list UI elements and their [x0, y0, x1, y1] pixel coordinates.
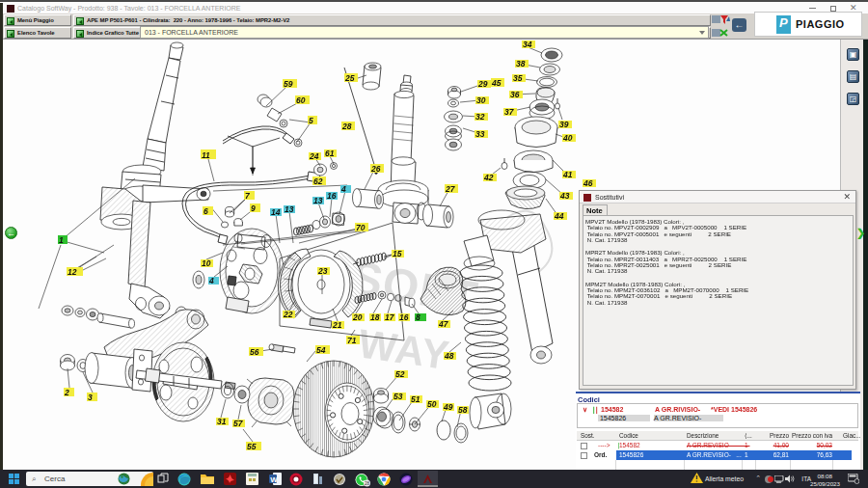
svg-text:3: 3: [88, 393, 93, 402]
svg-text:21: 21: [332, 320, 342, 330]
svg-text:38: 38: [516, 59, 526, 68]
svg-text:55: 55: [247, 442, 257, 451]
svg-text:15: 15: [393, 249, 402, 258]
svg-text:13: 13: [313, 196, 323, 205]
svg-text:26: 26: [370, 164, 381, 174]
svg-text:58: 58: [458, 405, 468, 415]
svg-text:31: 31: [217, 417, 227, 426]
svg-text:27: 27: [445, 184, 456, 194]
svg-text:52: 52: [395, 369, 405, 379]
svg-text:18: 18: [370, 312, 380, 322]
svg-text:33: 33: [475, 129, 485, 139]
svg-text:10: 10: [202, 258, 211, 268]
svg-text:43: 43: [559, 191, 570, 201]
svg-text:39: 39: [559, 120, 569, 129]
svg-text:12: 12: [68, 267, 77, 277]
svg-text:56: 56: [250, 347, 259, 357]
svg-text:48: 48: [444, 351, 454, 361]
svg-text:9: 9: [251, 203, 256, 213]
svg-text:5: 5: [309, 116, 313, 125]
svg-text:6: 6: [203, 206, 208, 216]
svg-text:11: 11: [202, 150, 210, 160]
svg-text:1: 1: [59, 235, 64, 245]
svg-text:34: 34: [523, 40, 532, 49]
svg-text:59: 59: [284, 79, 293, 89]
svg-text:28: 28: [341, 122, 352, 131]
svg-text:2: 2: [64, 388, 69, 397]
svg-text:50: 50: [427, 399, 437, 409]
svg-text:61: 61: [325, 149, 335, 158]
svg-text:60: 60: [296, 95, 306, 105]
svg-text:57: 57: [233, 419, 244, 428]
svg-text:53: 53: [393, 392, 403, 401]
svg-text:23: 23: [317, 266, 328, 276]
svg-text:42: 42: [483, 173, 494, 182]
svg-text:22: 22: [283, 310, 293, 319]
svg-text:32: 32: [475, 112, 485, 122]
svg-text:30: 30: [476, 95, 486, 105]
svg-text:51: 51: [411, 394, 420, 404]
svg-text:24: 24: [309, 151, 319, 161]
svg-text:29: 29: [477, 79, 488, 89]
svg-text:13: 13: [285, 204, 294, 214]
svg-text:4: 4: [208, 276, 214, 285]
svg-text:4: 4: [340, 184, 346, 194]
svg-text:70: 70: [356, 223, 366, 232]
svg-text:8: 8: [416, 312, 420, 322]
svg-text:36: 36: [510, 90, 520, 99]
svg-text:16: 16: [327, 191, 337, 201]
svg-text:40: 40: [562, 133, 573, 143]
svg-text:47: 47: [438, 319, 449, 329]
svg-text:41: 41: [562, 170, 573, 179]
svg-text:20: 20: [352, 312, 363, 322]
svg-text:62: 62: [313, 176, 323, 186]
svg-text:45: 45: [491, 78, 502, 88]
svg-text:44: 44: [554, 211, 564, 221]
svg-text:W: W: [270, 475, 278, 484]
svg-text:16: 16: [399, 312, 409, 322]
svg-text:14: 14: [271, 207, 281, 217]
svg-text:17: 17: [385, 312, 395, 322]
svg-text:37: 37: [504, 107, 515, 117]
svg-text:54: 54: [316, 345, 326, 355]
svg-text:25: 25: [344, 73, 355, 83]
svg-text:28: 28: [365, 481, 370, 486]
svg-text:35: 35: [513, 73, 523, 83]
svg-text:71: 71: [347, 336, 357, 345]
svg-text:46: 46: [583, 178, 593, 188]
svg-text:49: 49: [443, 402, 453, 412]
